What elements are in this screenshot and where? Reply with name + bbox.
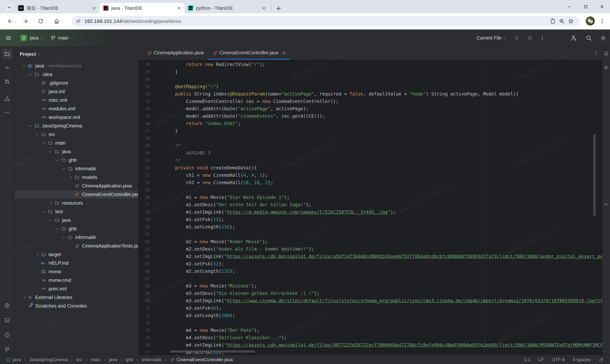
url-text[interactable]: 192.168.101.144/ide/web/coding/java/demo <box>84 18 181 24</box>
line-number[interactable]: 72 <box>138 312 150 319</box>
more-tool-button[interactable] <box>2 107 13 118</box>
code-line-67[interactable]: 67 <box>138 275 602 282</box>
tree-item-javaspringcinema[interactable]: JavaSpringCinema <box>14 121 138 130</box>
line-number[interactable]: 75 <box>138 334 150 341</box>
line-number[interactable]: 52 <box>138 164 150 171</box>
line-number[interactable]: 77 <box>138 349 150 355</box>
line-number[interactable]: 57 <box>138 201 150 208</box>
line-number[interactable]: 44 <box>138 105 150 112</box>
line-number[interactable]: 54 <box>138 179 150 186</box>
close-tab-icon[interactable]: × <box>282 50 286 56</box>
browser-tab-titanide[interactable]: <t>项目 - TitanIDE× <box>15 3 100 13</box>
code-line-60[interactable]: 60 m1.setLength(116); <box>138 223 602 231</box>
code-line-48[interactable]: 48 <box>138 135 602 142</box>
code-line-44[interactable]: 44 model.addAttribute("activePage", acti… <box>138 105 602 112</box>
new-tab-button[interactable]: + <box>273 4 284 12</box>
line-number[interactable]: 39 <box>138 68 150 76</box>
home-button[interactable] <box>52 17 61 26</box>
close-window-button[interactable] <box>597 2 607 12</box>
code-line-43[interactable]: 43 CinemaEventController cec = new Cinem… <box>138 98 602 105</box>
notifications-button[interactable] <box>602 49 610 58</box>
tree-item-mvnw[interactable]: mvnw <box>14 267 138 276</box>
project-panel-header[interactable]: Project <box>14 47 138 62</box>
tree-item-idea[interactable]: .idea <box>14 70 138 78</box>
tree-item-models[interactable]: models <box>14 173 138 182</box>
code-line-47[interactable]: 47 } <box>138 127 602 135</box>
tree-chevron-right-icon[interactable] <box>34 253 40 256</box>
line-number[interactable]: 65 <box>138 260 150 268</box>
code-line-53[interactable]: 53 ch1 = new CinemaHall(4, 4, 1); <box>138 171 602 179</box>
tree-chevron-down-icon[interactable] <box>27 125 33 127</box>
line-number[interactable]: 50 <box>138 149 150 157</box>
tree-item-informatik[interactable]: informatik <box>14 164 138 173</box>
tree-item-java[interactable]: java <box>14 147 138 156</box>
breadcrumb-main[interactable]: main <box>91 357 101 362</box>
line-number[interactable]: 59 <box>138 216 150 223</box>
tree-item-cinemaeventcontroller-java[interactable]: CinemaEventController.java <box>14 190 138 199</box>
code-line-66[interactable]: 66 m2.setLength(131); <box>138 268 602 275</box>
tree-chevron-down-icon[interactable] <box>40 211 47 212</box>
tree-item-scratches-and-consoles[interactable]: ≡Scratches and Consoles <box>14 302 138 310</box>
line-number[interactable]: 62 <box>138 238 150 245</box>
structure-tool-button[interactable] <box>2 94 13 104</box>
code-editor[interactable]: 38 return new RedirectView("/");39 }4041… <box>138 60 602 355</box>
tree-chevron-down-icon[interactable] <box>27 74 33 75</box>
tree-chevron-down-icon[interactable] <box>54 228 60 229</box>
forward-button[interactable] <box>21 17 30 26</box>
breadcrumb-ghb[interactable]: ghb <box>126 357 133 362</box>
tree-chevron-right-icon[interactable] <box>67 176 73 178</box>
line-number[interactable]: 67 <box>138 275 150 282</box>
breadcrumb-javaspringcinema[interactable]: JavaSpringCinema <box>29 357 68 362</box>
tree-item-informatik[interactable]: informatik <box>14 233 138 242</box>
code-line-62[interactable]: 62 m2 = new Movie("Andor Movie"); <box>138 238 602 245</box>
problems-tool-button[interactable] <box>2 330 13 340</box>
more-actions-button[interactable] <box>540 29 545 46</box>
line-number[interactable]: 74 <box>138 327 150 334</box>
tree-chevron-down-icon[interactable] <box>54 160 60 161</box>
line-separator[interactable]: LF <box>539 357 544 362</box>
run-config-selector[interactable]: Current File <box>477 29 506 46</box>
line-number[interactable]: 47 <box>138 127 150 135</box>
main-menu-button[interactable] <box>5 29 12 46</box>
tree-item-src[interactable]: src <box>14 130 138 139</box>
line-number[interactable]: 58 <box>138 208 150 216</box>
tree-item-ghb[interactable]: ghb <box>14 224 138 233</box>
tree-item-mvnw-cmd[interactable]: ≡mvnw.cmd <box>14 276 138 285</box>
tree-chevron-down-icon[interactable] <box>34 134 40 135</box>
tree-chevron-down-icon[interactable] <box>61 168 67 169</box>
tree-item-modules-xml[interactable]: </>modules.xml <box>14 104 138 113</box>
indent-setting[interactable]: 4 spaces <box>573 357 591 362</box>
tree-item-cinemaapplication-java[interactable]: CinemaApplication.java <box>14 182 138 190</box>
tree-chevron-right-icon[interactable] <box>47 202 53 204</box>
tree-chevron-down-icon[interactable] <box>61 237 67 238</box>
back-button[interactable] <box>6 17 15 26</box>
caret-position[interactable]: 1:1 <box>524 357 531 362</box>
maximize-button[interactable] <box>581 2 590 12</box>
editor-tab-options-button[interactable] <box>594 47 602 60</box>
tree-item-misc-xml[interactable]: </>misc.xml <box>14 96 138 104</box>
breadcrumb-src[interactable]: src <box>76 357 82 362</box>
run-button[interactable] <box>514 29 520 46</box>
code-line-52[interactable]: 52 private void createDemoData(){ <box>138 164 602 171</box>
tree-item-external-libraries[interactable]: External Libraries <box>14 293 138 302</box>
line-number[interactable]: 45 <box>138 112 150 120</box>
line-number[interactable]: 61 <box>138 231 150 238</box>
tree-item-workspace-xml[interactable]: </>workspace.xml <box>14 113 138 121</box>
close-tab-icon[interactable]: × <box>92 5 96 11</box>
code-line-76[interactable]: 76 m4.setImgLink("https://assets.cdn.mov… <box>138 341 602 349</box>
tree-item-java[interactable]: java~/workspace/java <box>14 62 138 70</box>
terminal-tool-button[interactable] <box>2 315 13 325</box>
avatar[interactable] <box>586 16 595 26</box>
line-number[interactable]: 76 <box>138 341 150 349</box>
line-number[interactable]: 60 <box>138 223 150 231</box>
tree-item-java[interactable]: java <box>14 216 138 224</box>
code-line-68[interactable]: 68 m3 = new Movie("Minions"); <box>138 282 602 290</box>
tree-item-test[interactable]: test <box>14 207 138 216</box>
code-line-63[interactable]: 63 m2.setDesc("Andor als Film - kommt be… <box>138 245 602 253</box>
line-number[interactable]: 43 <box>138 98 150 105</box>
line-number[interactable]: 46 <box>138 120 150 127</box>
vertical-scrollbar[interactable] <box>593 134 596 216</box>
browser-tab-python-titanide[interactable]: PCpython - TitanIDE× <box>184 3 269 13</box>
code-line-38[interactable]: 38 return new RedirectView("/"); <box>138 61 602 68</box>
tree-item-ghb[interactable]: ghb <box>14 156 138 164</box>
